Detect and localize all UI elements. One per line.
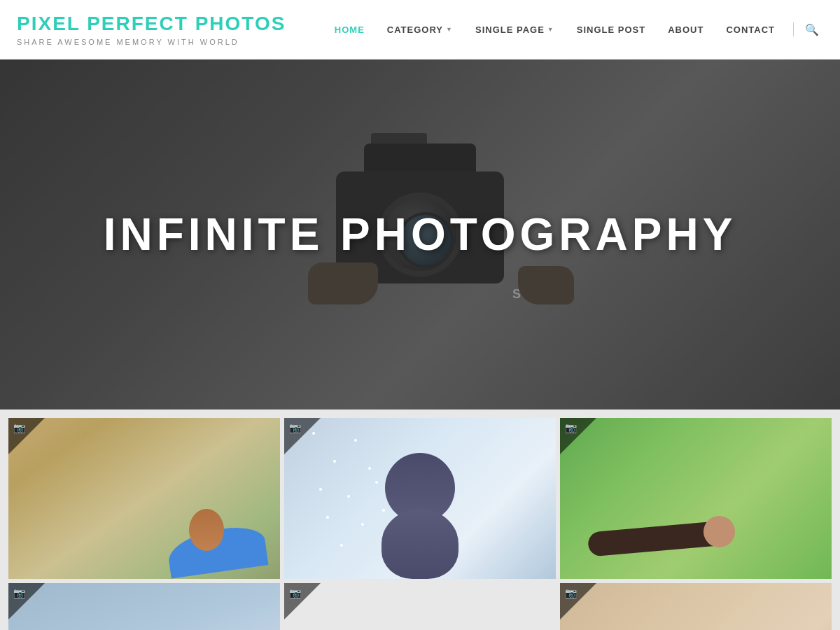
search-icon[interactable]: 🔍 <box>801 23 823 36</box>
gallery-item-2[interactable]: 📷 <box>284 418 556 579</box>
photo-bg-1 <box>8 418 280 579</box>
gallery-item-4[interactable]: 📷 <box>8 583 280 630</box>
gallery-item-3[interactable]: 📷 <box>560 418 832 579</box>
brand-subtitle: SHARE AWESOME MEMORY WITH WORLD <box>17 38 286 46</box>
gallery-grid: 📷 📷 <box>8 418 832 630</box>
nav-item-single-post[interactable]: SINGLE POST <box>566 24 657 35</box>
nav-item-home[interactable]: HOME <box>323 24 376 35</box>
gallery-section: 📷 📷 <box>0 410 840 630</box>
brand-title[interactable]: PIXEL PERFECT PHOTOS <box>17 13 286 35</box>
main-nav: HOME CATEGORY ▼ SINGLE PAGE ▼ SINGLE POS… <box>323 22 823 36</box>
nav-divider <box>793 22 794 36</box>
camera-badge-icon-5: 📷 <box>289 587 301 598</box>
photo-bg-2 <box>284 418 556 579</box>
camera-badge-icon-3: 📷 <box>565 422 577 433</box>
photo-bg-4 <box>8 583 280 630</box>
camera-badge-icon-4: 📷 <box>13 587 25 598</box>
gallery-item-1[interactable]: 📷 <box>8 418 280 579</box>
header: PIXEL PERFECT PHOTOS SHARE AWESOME MEMOR… <box>0 0 840 59</box>
brand: PIXEL PERFECT PHOTOS SHARE AWESOME MEMOR… <box>17 13 286 46</box>
caret-icon: ▼ <box>446 26 453 33</box>
hero-section: SONY INFINITE PHOTOGRAPHY <box>0 59 840 410</box>
gallery-item-6[interactable]: 📷 <box>560 583 832 630</box>
nav-item-category[interactable]: CATEGORY ▼ <box>376 24 464 35</box>
gallery-item-5[interactable]: 📷 <box>284 583 556 630</box>
hero-title: INFINITE PHOTOGRAPHY <box>104 209 737 260</box>
photo-bg-3 <box>560 418 832 579</box>
photo-bg-5 <box>284 583 556 630</box>
nav-item-about[interactable]: ABOUT <box>657 24 715 35</box>
camera-badge-icon-6: 📷 <box>565 587 577 598</box>
camera-badge-icon-1: 📷 <box>13 422 25 433</box>
photo-bg-6 <box>560 583 832 630</box>
nav-item-contact[interactable]: CONTACT <box>715 24 786 35</box>
nav-item-single-page[interactable]: SINGLE PAGE ▼ <box>464 24 566 35</box>
camera-badge-icon-2: 📷 <box>289 422 301 433</box>
caret-icon-2: ▼ <box>547 26 554 33</box>
